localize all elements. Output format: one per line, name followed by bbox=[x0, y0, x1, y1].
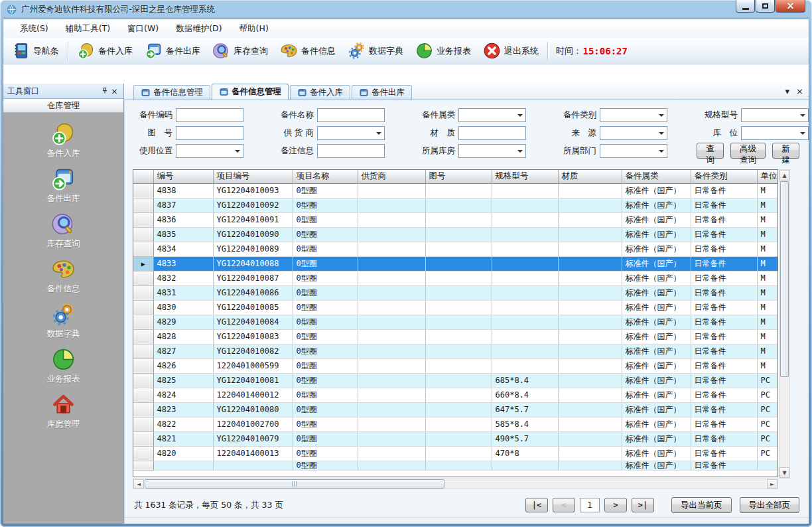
export-current-page-button[interactable]: 导出当前页 bbox=[671, 497, 732, 513]
search-input-2-1[interactable] bbox=[317, 144, 385, 158]
sidebar-item-biz-report[interactable]: 业务报表 bbox=[3, 347, 123, 388]
search-combo-0-2[interactable] bbox=[458, 108, 526, 122]
column-header[interactable]: 单位 bbox=[757, 170, 778, 183]
vertical-scrollbar[interactable]: ▲ ▼ bbox=[779, 169, 790, 479]
export-all-pages-button[interactable]: 导出全部页 bbox=[740, 497, 800, 513]
search-combo-0-4[interactable] bbox=[741, 108, 809, 122]
table-row[interactable]: 0型圈标准件（国产）日常备件 bbox=[133, 461, 778, 470]
column-header[interactable]: 编号 bbox=[153, 170, 213, 183]
search-combo-0-3[interactable] bbox=[600, 108, 667, 122]
scroll-down-icon[interactable]: ▼ bbox=[779, 467, 789, 478]
toolbar-biz-report-button[interactable]: 业务报表 bbox=[409, 40, 477, 62]
toolbar-parts-out-button[interactable]: 备件出库 bbox=[139, 40, 206, 62]
column-header[interactable]: 规格型号 bbox=[492, 170, 558, 183]
column-header[interactable]: 项目编号 bbox=[213, 170, 293, 183]
search-combo-2-0[interactable] bbox=[176, 144, 243, 158]
column-header[interactable]: 项目名称 bbox=[293, 170, 358, 183]
vertical-scroll-thumb[interactable] bbox=[780, 181, 789, 377]
pin-icon[interactable] bbox=[100, 86, 109, 96]
search-input-0-1[interactable] bbox=[317, 108, 385, 122]
table-row[interactable]: 4837YG122040100920型圈标准件（国产）日常备件M bbox=[133, 198, 778, 212]
row-selector[interactable] bbox=[133, 417, 153, 431]
sidebar-item-parts-info[interactable]: 备件信息 bbox=[3, 257, 123, 298]
row-selector[interactable] bbox=[133, 461, 153, 470]
title-bar[interactable]: 广州爱奇迪软件科技有限公司-深田之星仓库管理系统 × bbox=[0, 0, 812, 19]
tab-备件信息管理[interactable]: 备件信息管理 bbox=[133, 85, 210, 100]
row-selector[interactable] bbox=[133, 431, 153, 446]
row-selector[interactable] bbox=[133, 300, 153, 315]
horizontal-scrollbar[interactable]: ◄ ► bbox=[133, 479, 778, 489]
search-combo-2-2[interactable] bbox=[458, 144, 526, 158]
search-combo-1-4[interactable] bbox=[741, 126, 809, 140]
table-row[interactable]: 482012204014000130型圈470*8标准件（国产）日常备件PC bbox=[133, 446, 778, 461]
menu-item[interactable]: 窗口(W) bbox=[119, 21, 167, 37]
table-row[interactable]: 4834YG122040100890型圈标准件（国产）日常备件M bbox=[133, 242, 778, 256]
table-row[interactable]: 4825YG122040100810型圈685*8.4标准件（国产）日常备件PC bbox=[133, 373, 778, 388]
table-row[interactable]: 482212204010027000型圈585*8.4标准件（国产）日常备件PC bbox=[133, 417, 778, 431]
table-row[interactable]: 482412204014000120型圈660*8.4标准件（国产）日常备件PC bbox=[133, 388, 778, 402]
last-page-button[interactable]: >| bbox=[632, 498, 654, 512]
advanced-query-button[interactable]: 高级查询 bbox=[730, 143, 766, 159]
toolbar-nav-book-button[interactable]: 导航条 bbox=[6, 40, 65, 62]
next-page-button[interactable]: > bbox=[604, 498, 627, 512]
minimize-button[interactable] bbox=[736, 0, 755, 13]
column-header[interactable]: 备件类别 bbox=[691, 170, 757, 183]
scroll-right-icon[interactable]: ► bbox=[767, 479, 778, 489]
search-input-0-0[interactable] bbox=[176, 108, 243, 122]
row-selector[interactable] bbox=[133, 373, 153, 388]
sidebar-item-warehouse[interactable]: 库房管理 bbox=[3, 392, 123, 433]
tab-list-dropdown-icon[interactable]: ▾ bbox=[785, 86, 790, 96]
table-row[interactable]: 4827YG122040100820型圈标准件（国产）日常备件M bbox=[133, 344, 778, 358]
toolbar-parts-info-button[interactable]: 备件信息 bbox=[274, 40, 342, 62]
table-row[interactable]: 482612204010005990型圈标准件（国产）日常备件M bbox=[133, 358, 778, 373]
query-button[interactable]: 查询 bbox=[697, 143, 724, 159]
table-row[interactable]: 4830YG122040100850型圈标准件（国产）日常备件M bbox=[133, 300, 778, 315]
table-row[interactable]: 4835YG122040100900型圈标准件（国产）日常备件M bbox=[133, 227, 778, 242]
column-header[interactable]: 备件属类 bbox=[622, 170, 691, 183]
toolbar-data-dict-button[interactable]: 数据字典 bbox=[342, 40, 409, 62]
table-row[interactable]: 4831YG122040100860型圈标准件（国产）日常备件M bbox=[133, 285, 778, 300]
tab-备件信息管理-active[interactable]: 备件信息管理 bbox=[212, 84, 289, 100]
close-button[interactable]: × bbox=[776, 0, 805, 13]
menu-item[interactable]: 帮助(H) bbox=[231, 21, 277, 37]
menu-item[interactable]: 系统(S) bbox=[11, 21, 57, 37]
table-row[interactable]: 4829YG122040100840型圈标准件（国产）日常备件M bbox=[133, 315, 778, 329]
table-row[interactable]: 4828YG122040100830型圈标准件（国产）日常备件M bbox=[133, 329, 778, 344]
row-selector[interactable]: ▶ bbox=[133, 256, 153, 271]
row-selector[interactable] bbox=[133, 344, 153, 358]
toolbar-parts-in-button[interactable]: 备件入库 bbox=[71, 40, 139, 62]
sidebar-item-parts-in[interactable]: 备件入库 bbox=[3, 121, 123, 163]
sidebar-close-icon[interactable]: × bbox=[109, 86, 119, 96]
menu-item[interactable]: 数据维护(D) bbox=[167, 21, 230, 37]
search-combo-1-1[interactable] bbox=[317, 126, 385, 140]
table-row[interactable]: 4823YG122040100800型圈647*5.7标准件（国产）日常备件PC bbox=[133, 402, 778, 417]
horizontal-scroll-thumb[interactable] bbox=[145, 479, 444, 489]
tab-备件入库[interactable]: 备件入库 bbox=[290, 85, 350, 100]
scroll-left-icon[interactable]: ◄ bbox=[133, 479, 144, 489]
table-row[interactable]: ▶4833YG122040100880型圈标准件（国产）日常备件M bbox=[133, 256, 778, 271]
row-selector[interactable] bbox=[133, 315, 153, 329]
menu-item[interactable]: 辅助工具(T) bbox=[57, 21, 119, 37]
row-selector[interactable] bbox=[133, 198, 153, 212]
row-selector[interactable] bbox=[133, 183, 153, 198]
page-number-input[interactable]: 1 bbox=[580, 498, 600, 512]
row-selector[interactable] bbox=[133, 388, 153, 402]
maximize-button[interactable] bbox=[756, 0, 775, 13]
column-header[interactable]: 图号 bbox=[425, 170, 492, 183]
search-input-1-2[interactable] bbox=[458, 126, 526, 140]
sidebar-item-parts-out[interactable]: 备件出库 bbox=[3, 167, 123, 208]
row-selector[interactable] bbox=[133, 242, 153, 256]
first-page-button[interactable]: |< bbox=[525, 498, 548, 512]
table-row[interactable]: 4838YG122040100930型圈标准件（国产）日常备件M bbox=[133, 183, 778, 198]
row-selector[interactable] bbox=[133, 227, 153, 242]
sidebar-item-stock-query[interactable]: 库存查询 bbox=[3, 212, 123, 253]
row-selector[interactable] bbox=[133, 329, 153, 344]
search-combo-1-3[interactable] bbox=[600, 126, 667, 140]
row-selector[interactable] bbox=[133, 446, 153, 461]
row-selector[interactable] bbox=[133, 271, 153, 285]
sidebar-section-header[interactable]: 仓库管理 bbox=[3, 99, 123, 113]
sidebar-item-data-dict[interactable]: 数据字典 bbox=[3, 302, 123, 343]
table-row[interactable]: 4821YG122040100790型圈490*5.7标准件（国产）日常备件PC bbox=[133, 431, 778, 446]
row-selector[interactable] bbox=[133, 285, 153, 300]
tab-备件出库[interactable]: 备件出库 bbox=[352, 85, 412, 100]
